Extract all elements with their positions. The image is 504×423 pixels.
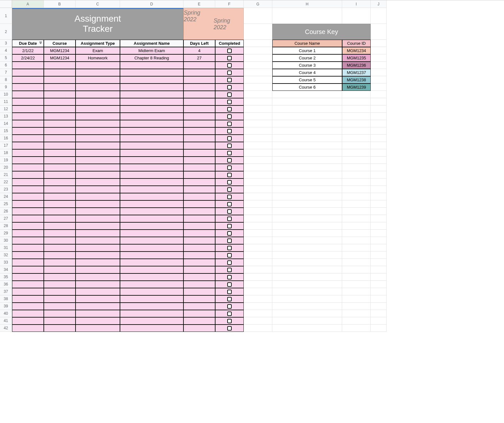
cell-J30[interactable] — [371, 237, 387, 244]
cell-completed-row29[interactable] — [215, 230, 244, 237]
row-header-1[interactable]: 1 — [0, 8, 12, 24]
row-header-30[interactable]: 30 — [0, 237, 12, 244]
cell-G29[interactable] — [244, 230, 272, 237]
cell-E33[interactable] — [183, 259, 215, 266]
cell-A8[interactable] — [12, 76, 44, 84]
completed-checkbox[interactable] — [227, 122, 232, 126]
completed-checkbox[interactable] — [227, 326, 232, 331]
row-header-39[interactable]: 39 — [0, 303, 12, 310]
cell-E40[interactable] — [183, 310, 215, 317]
cell-J6[interactable] — [371, 62, 387, 69]
cell-A21[interactable] — [12, 171, 44, 178]
cell-G38[interactable] — [244, 295, 272, 303]
cell-completed-row22[interactable] — [215, 178, 244, 186]
cell-D22[interactable] — [120, 178, 183, 186]
cell-A13[interactable] — [12, 113, 44, 120]
tracker-name-row5[interactable]: Chapter 8 Reading — [120, 54, 183, 62]
cell-D32[interactable] — [120, 252, 183, 259]
cell-H10[interactable] — [272, 91, 342, 98]
cell-D31[interactable] — [120, 244, 183, 252]
cell-D39[interactable] — [120, 303, 183, 310]
row-header-38[interactable]: 38 — [0, 295, 12, 303]
cell-B31[interactable] — [44, 244, 76, 252]
cell-E24[interactable] — [183, 193, 215, 200]
cell-C32[interactable] — [76, 252, 120, 259]
cell-J41[interactable] — [371, 317, 387, 325]
cell-B35[interactable] — [44, 273, 76, 281]
course-id-row9[interactable]: MGM1239 — [342, 84, 371, 91]
cell-G36[interactable] — [244, 281, 272, 288]
cell-G40[interactable] — [244, 310, 272, 317]
column-header-I[interactable]: I — [342, 0, 371, 8]
cell-A22[interactable] — [12, 178, 44, 186]
completed-checkbox[interactable] — [227, 260, 232, 265]
row-header-16[interactable]: 16 — [0, 135, 12, 142]
row-header-15[interactable]: 15 — [0, 127, 12, 135]
column-header-J[interactable]: J — [371, 0, 387, 8]
cell-G5[interactable] — [244, 54, 272, 62]
completed-checkbox[interactable] — [227, 107, 232, 111]
cell-C31[interactable] — [76, 244, 120, 252]
cell-E29[interactable] — [183, 230, 215, 237]
tracker-header-3[interactable]: Assignment Name — [120, 40, 183, 47]
tracker-header-1[interactable]: Course — [44, 40, 76, 47]
cell-A10[interactable] — [12, 91, 44, 98]
cell-J7[interactable] — [371, 69, 387, 76]
cell-J32[interactable] — [371, 252, 387, 259]
row-header-9[interactable]: 9 — [0, 84, 12, 91]
cell-J11[interactable] — [371, 98, 387, 105]
cell-B12[interactable] — [44, 105, 76, 113]
column-header-F[interactable]: F — [215, 0, 244, 8]
cell-completed-row25[interactable] — [215, 200, 244, 208]
cell-G10[interactable] — [244, 91, 272, 98]
cell-B18[interactable] — [44, 149, 76, 157]
cell-I29[interactable] — [342, 230, 371, 237]
filter-icon[interactable] — [39, 43, 42, 44]
cell-A41[interactable] — [12, 317, 44, 325]
cell-D38[interactable] — [120, 295, 183, 303]
cell-completed-row4[interactable] — [215, 47, 244, 54]
cell-G25[interactable] — [244, 200, 272, 208]
cell-C27[interactable] — [76, 215, 120, 222]
cell-completed-row14[interactable] — [215, 120, 244, 127]
cell-C34[interactable] — [76, 266, 120, 273]
cell-I22[interactable] — [342, 178, 371, 186]
cell-D26[interactable] — [120, 208, 183, 215]
cell-C13[interactable] — [76, 113, 120, 120]
cell-completed-row38[interactable] — [215, 295, 244, 303]
tracker-days-row4[interactable]: 4 — [183, 47, 215, 54]
cell-C18[interactable] — [76, 149, 120, 157]
cell-completed-row39[interactable] — [215, 303, 244, 310]
row-header-7[interactable]: 7 — [0, 69, 12, 76]
cell-B20[interactable] — [44, 164, 76, 171]
cell-D35[interactable] — [120, 273, 183, 281]
cell-I28[interactable] — [342, 222, 371, 230]
cell-H33[interactable] — [272, 259, 342, 266]
course-key-header-id[interactable]: Course ID — [342, 40, 371, 47]
cell-G16[interactable] — [244, 135, 272, 142]
cell-G12[interactable] — [244, 105, 272, 113]
cell-B22[interactable] — [44, 178, 76, 186]
row-header-34[interactable]: 34 — [0, 266, 12, 273]
row-header-35[interactable]: 35 — [0, 273, 12, 281]
cell-C11[interactable] — [76, 98, 120, 105]
row-header-37[interactable]: 37 — [0, 288, 12, 295]
title-line1[interactable]: Assignment — [12, 8, 183, 24]
completed-checkbox[interactable] — [227, 173, 232, 177]
cell-E32[interactable] — [183, 252, 215, 259]
cell-I37[interactable] — [342, 288, 371, 295]
cell-D23[interactable] — [120, 186, 183, 193]
cell-D15[interactable] — [120, 127, 183, 135]
cell-E30[interactable] — [183, 237, 215, 244]
row-header-12[interactable]: 12 — [0, 105, 12, 113]
cell-D10[interactable] — [120, 91, 183, 98]
cell-C25[interactable] — [76, 200, 120, 208]
completed-checkbox[interactable] — [227, 63, 232, 68]
cell-J10[interactable] — [371, 91, 387, 98]
cell-D36[interactable] — [120, 281, 183, 288]
cell-H15[interactable] — [272, 127, 342, 135]
cell-A28[interactable] — [12, 222, 44, 230]
cell-H34[interactable] — [272, 266, 342, 273]
tracker-type-row4[interactable]: Exam — [76, 47, 120, 54]
cell-B39[interactable] — [44, 303, 76, 310]
